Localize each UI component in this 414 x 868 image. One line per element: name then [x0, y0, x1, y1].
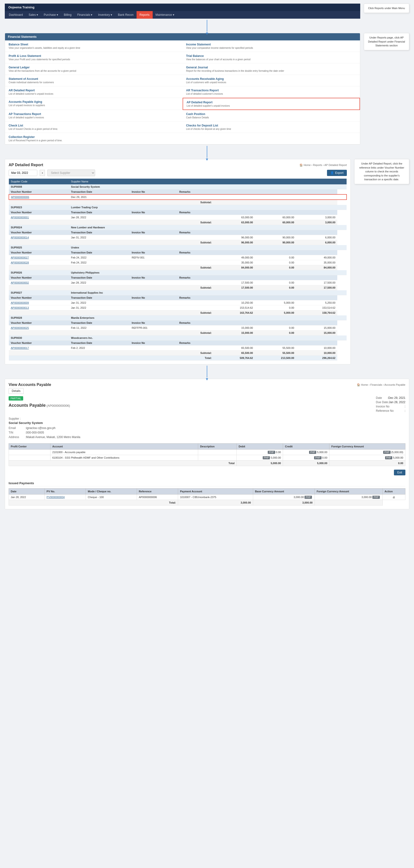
amount3: 5,250.00 — [296, 300, 337, 305]
account: 2101000 - Accounts payable — [50, 449, 198, 455]
col-voucher: Voucher Number — [9, 341, 69, 345]
fca: PHP(5,000.00) — [329, 449, 405, 455]
voucher-link[interactable]: AP0000000002 — [9, 280, 69, 285]
col-empty6 — [337, 179, 347, 184]
subtotal-v3 — [296, 200, 337, 205]
fs-item[interactable]: Profit & Loss StatementView your Profit … — [5, 52, 183, 63]
fs-item[interactable]: Trial BalanceView the balances of your c… — [183, 52, 360, 63]
nav-item-inventory[interactable]: Inventory ▾ — [95, 11, 115, 19]
ap-col-header-row: Voucher Number Transaction Date Invoice … — [9, 275, 347, 280]
col-a3 — [296, 210, 337, 215]
voucher-link[interactable]: AP0000000013 — [9, 305, 69, 310]
sup-code: SUP0025 — [9, 245, 69, 250]
ap-data-row: AP0000000017 Feb 2, 2022 65,500.00 55,50… — [9, 345, 347, 350]
nav-item-reports[interactable]: Reports — [136, 11, 153, 19]
col-supplier-code: Supplier Code — [9, 179, 69, 184]
pay-th-reference: Reference — [137, 488, 178, 494]
nav-item-financials[interactable]: Financials ▾ — [74, 11, 95, 19]
pay-total-base: 3,000.00 — [178, 500, 253, 505]
fs-item[interactable]: AP Transactions ReportList of detailed s… — [5, 110, 183, 121]
pay-action[interactable]: 🖨 — [382, 494, 405, 500]
nav-item-maintenance[interactable]: Maintenance ▾ — [153, 11, 177, 19]
supplier-select[interactable]: Select Supplier — [47, 169, 95, 176]
fs-item[interactable]: Check ListList of Issued Checks in a giv… — [5, 121, 183, 133]
fs-item[interactable]: Accounts Receivable AgingList of custome… — [183, 75, 360, 86]
voucher-link[interactable]: AP0000000006 — [9, 194, 69, 200]
txn-date: Dec 29, 2021 — [69, 194, 130, 200]
details-tab[interactable]: Details — [9, 388, 24, 394]
subtotal-label: Subtotal: — [9, 331, 214, 336]
col-voucher: Voucher Number — [9, 295, 69, 300]
nav-item-dashboard[interactable]: Dashboard — [6, 11, 26, 19]
step2-callout: Under Reports page, click AP Detailed Re… — [364, 33, 409, 50]
voucher-link[interactable]: AP0000000014 — [9, 235, 69, 240]
txn-date: Feb 24, 2022 — [69, 255, 130, 260]
voucher-link[interactable]: AP0000000017 — [9, 345, 69, 350]
fs-item[interactable]: General JournalReport for the recording … — [183, 63, 360, 75]
amount2: 0.00 — [255, 255, 296, 260]
status-badge: PARTIAL — [9, 396, 23, 401]
fs-item[interactable]: Cash PositionCash Balance Details — [183, 110, 360, 121]
breadcrumb-home[interactable]: 🏠 Home — [299, 163, 311, 166]
sup-code: SUP0028 — [9, 315, 69, 320]
fs-item[interactable]: Balance SheetView your organization's as… — [5, 40, 183, 52]
pay-base: 3,000.00 PHP — [253, 494, 315, 500]
amount1: 96,000.00 — [214, 235, 255, 240]
fs-item-title: Trial Balance — [186, 54, 357, 58]
col-a1 — [214, 341, 255, 345]
amount1 — [214, 194, 255, 200]
voucher-link[interactable]: AP0000000001 — [9, 215, 69, 220]
payment-row: Jan 28, 2022 PV0000000004 Cheque - 100 A… — [9, 494, 405, 500]
sup-name: Lumber Trading Corp — [69, 205, 347, 210]
total-v3: 296,264.62 — [296, 355, 337, 361]
breadcrumb-current: AP Detailed Report — [324, 163, 347, 166]
ap-data-row: AP0000000006 Dec 29, 2021 — [9, 194, 347, 200]
calendar-icon[interactable]: ▪ — [40, 170, 45, 176]
pay-pv[interactable]: PV0000000004 — [44, 494, 86, 500]
nav-item-bank-recon[interactable]: Bank Recon — [115, 11, 136, 19]
fs-item-desc: List of checks for deposit at any given … — [186, 128, 357, 130]
col-remarks: Remarks — [178, 275, 214, 280]
pay-th-date: Date — [9, 488, 45, 494]
ap-subtotal-row: Subtotal: 63,000.00 60,000.00 3,000.00 — [9, 220, 347, 225]
sup-name: Woodcarvers Inc. — [69, 336, 347, 341]
voucher-link[interactable]: AP0000000028 — [9, 260, 69, 265]
vap-breadcrumb-financials[interactable]: Financials — [370, 383, 382, 386]
reference-no-value: : — [405, 409, 405, 412]
exit-button[interactable]: Exit — [394, 470, 405, 475]
export-button[interactable]: 👤 Export — [327, 170, 347, 176]
col-invoice: Invoice No — [130, 230, 178, 235]
ap-col-header-row: Voucher Number Transaction Date Invoice … — [9, 295, 347, 300]
fs-item[interactable]: Collection RegisterList of Received Paym… — [5, 133, 183, 145]
th-account: Account — [50, 443, 198, 449]
nav-item-billing[interactable]: Billing — [61, 11, 74, 19]
financial-statements-section: Financial Statements Balance SheetView y… — [5, 33, 360, 145]
pay-mode: Cheque - 100 — [86, 494, 137, 500]
fs-item[interactable]: Accounts Payable AgingList of unpaid inv… — [5, 98, 183, 110]
nav-item-purchase[interactable]: Purchase ▾ — [41, 11, 61, 19]
fs-item[interactable]: Income StatementView your comparative in… — [183, 40, 360, 52]
fs-item[interactable]: Statement of AccountCreate individual st… — [5, 75, 183, 86]
voucher-link[interactable]: AP0000000025 — [9, 326, 69, 331]
fs-item[interactable]: AR Transactions ReportList of detailed c… — [183, 86, 360, 98]
address-label: Address — [9, 435, 23, 439]
fs-item[interactable]: Checks for Deposit ListList of checks fo… — [183, 121, 360, 133]
voucher-link[interactable]: AP0000000009 — [9, 300, 69, 305]
fs-item[interactable]: AP Detailed ReportList of detailed suppl… — [183, 98, 360, 110]
col-empty4 — [255, 179, 296, 184]
breadcrumb-reports[interactable]: Reports — [313, 163, 322, 166]
step1-callout: Click Reports under Main Menu — [364, 4, 409, 13]
fs-item-title: AP Detailed Report — [187, 101, 356, 104]
vap-breadcrumb-home[interactable]: 🏠 Home — [357, 383, 368, 386]
voucher-link[interactable]: AP0000000027 — [9, 255, 69, 260]
amount3: 17,500.00 — [296, 280, 337, 285]
fs-item[interactable]: General LedgerView all the transactions … — [5, 63, 183, 75]
invoice-no — [130, 300, 178, 305]
nav-item-sales[interactable]: Sales ▾ — [26, 11, 41, 19]
col-a1 — [214, 295, 255, 300]
remarks — [178, 305, 214, 310]
fs-item[interactable]: AR Detailed ReportList of detailed custo… — [5, 86, 183, 98]
fs-item-title: Checks for Deposit List — [186, 124, 357, 127]
date-input[interactable] — [9, 170, 37, 176]
transaction-table: Profit Center Account Description Debit … — [9, 443, 405, 466]
